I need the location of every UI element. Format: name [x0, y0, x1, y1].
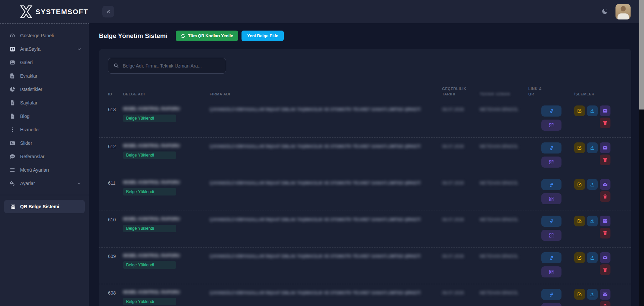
table-body: 613 MOBİL KONTROL RAPORU Belge Yüklendi …	[99, 101, 631, 306]
theme-toggle-button[interactable]	[601, 8, 609, 16]
user-avatar[interactable]	[615, 4, 631, 19]
scrollbar-thumb[interactable]	[639, 0, 644, 110]
edit-icon	[577, 255, 582, 260]
sidebar-item-galeri[interactable]: Galeri	[0, 56, 89, 69]
link-button[interactable]	[541, 289, 561, 300]
link-button[interactable]	[541, 105, 561, 117]
delete-button[interactable]	[600, 155, 610, 165]
page-icon	[9, 100, 15, 106]
upload-button[interactable]	[587, 105, 598, 116]
upload-button[interactable]	[587, 289, 598, 300]
edit-button[interactable]	[574, 105, 585, 116]
delete-button[interactable]	[600, 191, 610, 202]
sidebar-item-label: Evraklar	[20, 73, 37, 79]
sidebar-item-menu-ayarlari[interactable]: Menü Ayarları	[0, 163, 89, 177]
chat-icon	[9, 154, 15, 160]
edit-button[interactable]	[574, 216, 585, 226]
edit-button[interactable]	[574, 252, 585, 263]
row-id: 610	[108, 211, 123, 247]
technical-expert: METEHAN BİNGÜL	[480, 284, 528, 306]
delete-button[interactable]	[600, 301, 610, 306]
mail-button[interactable]	[600, 216, 610, 226]
sidebar-item-label: Galeri	[20, 60, 33, 65]
delete-button[interactable]	[600, 264, 610, 275]
sidebar-item-hizmetler[interactable]: Hizmetler	[0, 123, 89, 136]
brand-logo[interactable]: SYSTEMSOFT	[18, 4, 88, 20]
qr-icon	[549, 233, 554, 238]
mail-icon	[602, 145, 608, 150]
validity-date: 08.07.2026	[442, 248, 480, 284]
sidebar-divider	[0, 195, 89, 195]
delete-button[interactable]	[600, 228, 610, 238]
actions-cell	[574, 138, 631, 174]
refresh-icon	[181, 34, 185, 38]
mail-icon	[602, 292, 608, 297]
add-document-button[interactable]: Yeni Belge Ekle	[241, 31, 284, 41]
table-row: 609 MOBİL KONTROL RAPORU Belge Yüklendi …	[99, 247, 631, 284]
qr-code-button[interactable]	[541, 157, 561, 168]
delete-button[interactable]	[600, 118, 610, 128]
link-button[interactable]	[541, 142, 561, 154]
status-badge: Belge Yüklendi	[123, 261, 176, 269]
sidebar-item-ayarlar[interactable]: Ayarlar	[0, 177, 89, 190]
gallery-icon	[9, 59, 15, 65]
upload-button[interactable]	[587, 142, 598, 153]
sidebar-item-evraklar[interactable]: Evraklar	[0, 69, 89, 83]
technical-expert: METEHAN BİNGÜL	[480, 174, 528, 211]
mail-button[interactable]	[600, 142, 610, 153]
actions-cell	[574, 248, 631, 284]
edit-button[interactable]	[574, 142, 585, 153]
sidebar-item-anasayfa[interactable]: AnaSayfa	[0, 42, 89, 56]
mail-button[interactable]	[600, 289, 610, 300]
gauge-icon	[9, 33, 15, 39]
header-document-name: BELGE ADI	[123, 92, 210, 97]
technical-expert: METEHAN BİNGÜL	[480, 211, 528, 247]
mail-button[interactable]	[600, 252, 610, 263]
document-cell: MOBİL KONTROL RAPORU Belge Yüklendi	[123, 101, 210, 137]
edit-icon	[577, 108, 582, 114]
upload-button[interactable]	[587, 252, 598, 263]
qr-code-button[interactable]	[541, 230, 561, 241]
mail-icon	[602, 182, 608, 187]
trash-icon	[602, 194, 608, 199]
mail-button[interactable]	[600, 179, 610, 190]
refresh-qr-codes-button[interactable]: Tüm QR Kodları Yenile	[176, 31, 238, 41]
link-button[interactable]	[541, 179, 561, 190]
sidebar-collapse-button[interactable]	[102, 6, 114, 17]
actions-cell	[574, 211, 631, 247]
sidebar-item-label: Menü Ayarları	[20, 167, 49, 173]
scrollbar-track[interactable]	[639, 0, 644, 306]
link-button[interactable]	[541, 216, 561, 227]
sidebar-active-wrap: QR Belge Sistemi	[0, 200, 89, 213]
technical-expert: METEHAN BİNGÜL	[480, 138, 528, 174]
sidebar-item-label: Sayfalar	[20, 100, 37, 105]
sidebar-item-blog[interactable]: Blog	[0, 110, 89, 123]
sidebar-item-istatistikler[interactable]: İstatistikler	[0, 83, 89, 96]
sidebar-item-referanslar[interactable]: Referanslar	[0, 150, 89, 163]
qr-code-button[interactable]	[541, 193, 561, 204]
qr-code-button[interactable]	[541, 303, 561, 306]
qr-icon	[549, 123, 554, 128]
header-id: ID	[108, 92, 123, 97]
sidebar-item-label: Slider	[20, 140, 32, 146]
link-icon	[549, 219, 554, 224]
sidebar-item-gosterge-paneli[interactable]: Gösterge Paneli	[0, 29, 89, 42]
sidebar-item-qr-belge-sistemi[interactable]: QR Belge Sistemi	[4, 200, 85, 213]
mail-button[interactable]	[600, 105, 610, 116]
edit-button[interactable]	[574, 179, 585, 190]
link-button[interactable]	[541, 252, 561, 263]
search-input[interactable]	[123, 63, 221, 69]
upload-button[interactable]	[587, 179, 598, 190]
sidebar-item-slider[interactable]: Slider	[0, 136, 89, 150]
document-name: MOBİL KONTROL RAPORU	[123, 180, 180, 185]
sidebar-item-sayfalar[interactable]: Sayfalar	[0, 96, 89, 110]
edit-button[interactable]	[574, 289, 585, 300]
company-name: ÇAYANGÜLÜ KİMYASALLAR İNŞAAT EMLAK TAŞIM…	[210, 174, 442, 211]
menu-icon	[9, 167, 15, 173]
qr-code-button[interactable]	[541, 120, 561, 131]
upload-button[interactable]	[587, 216, 598, 226]
qr-code-button[interactable]	[541, 266, 561, 277]
systemsoft-x-icon	[18, 4, 34, 20]
sidebar-item-label: AnaSayfa	[20, 46, 41, 52]
sidebar-item-label: Blog	[20, 114, 30, 119]
